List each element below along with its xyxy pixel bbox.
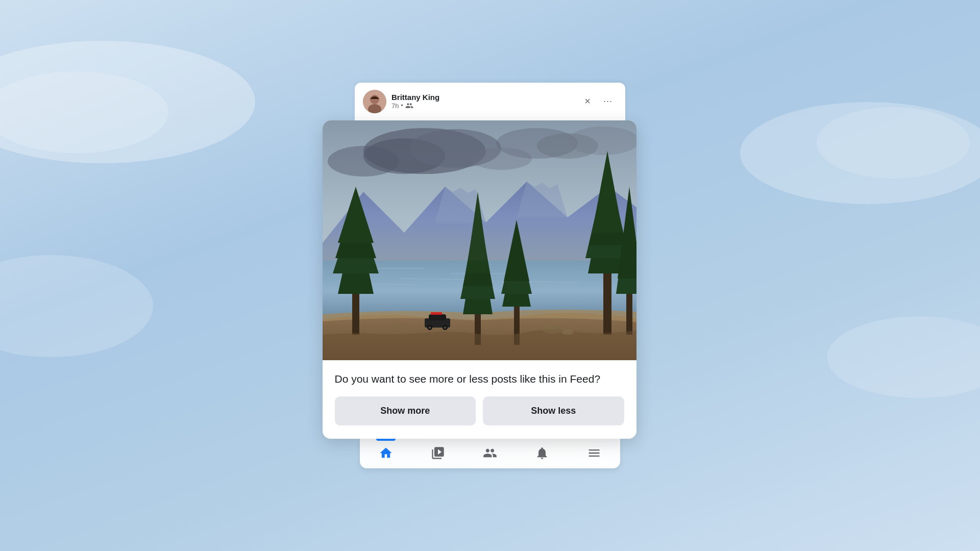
svg-rect-52 (431, 312, 442, 315)
modal-question: Do you want to see more or less posts li… (335, 371, 624, 386)
friends-nav-icon (483, 446, 497, 460)
nav-item-notifications[interactable] (525, 444, 559, 462)
more-options-button[interactable]: ··· (599, 92, 617, 111)
modal-content: Do you want to see more or less posts li… (323, 360, 636, 439)
bottom-nav (360, 439, 620, 468)
svg-point-3 (817, 107, 970, 179)
svg-point-55 (428, 326, 431, 329)
nav-item-home[interactable] (369, 444, 403, 462)
video-icon (431, 446, 445, 460)
close-button[interactable]: × (578, 92, 597, 111)
show-more-button[interactable]: Show more (335, 396, 476, 425)
svg-rect-27 (352, 294, 359, 335)
svg-point-15 (568, 127, 636, 155)
friends-icon (405, 102, 413, 110)
bell-icon (535, 446, 549, 460)
svg-point-17 (471, 147, 532, 170)
menu-icon (587, 446, 601, 460)
svg-point-57 (542, 325, 562, 334)
svg-point-4 (0, 255, 153, 357)
show-less-button[interactable]: Show less (483, 396, 624, 425)
post-time: 7h (391, 102, 399, 110)
svg-point-5 (827, 316, 980, 398)
home-icon (379, 446, 393, 460)
svg-point-7 (370, 95, 379, 104)
svg-point-58 (561, 330, 574, 335)
nav-item-video[interactable] (421, 444, 455, 462)
modal-card: Do you want to see more or less posts li… (323, 120, 636, 439)
svg-rect-32 (603, 273, 611, 335)
svg-point-16 (328, 146, 399, 177)
svg-point-59 (391, 324, 407, 330)
svg-rect-51 (429, 314, 446, 320)
landscape-scene (323, 120, 636, 360)
svg-point-56 (444, 326, 446, 329)
post-user-name: Brittany King (391, 93, 439, 102)
avatar (363, 90, 386, 113)
nav-item-friends[interactable] (473, 444, 507, 462)
nav-item-menu[interactable] (577, 444, 611, 462)
post-image (323, 120, 636, 360)
post-header: Brittany King 7h • × ··· (355, 83, 625, 120)
